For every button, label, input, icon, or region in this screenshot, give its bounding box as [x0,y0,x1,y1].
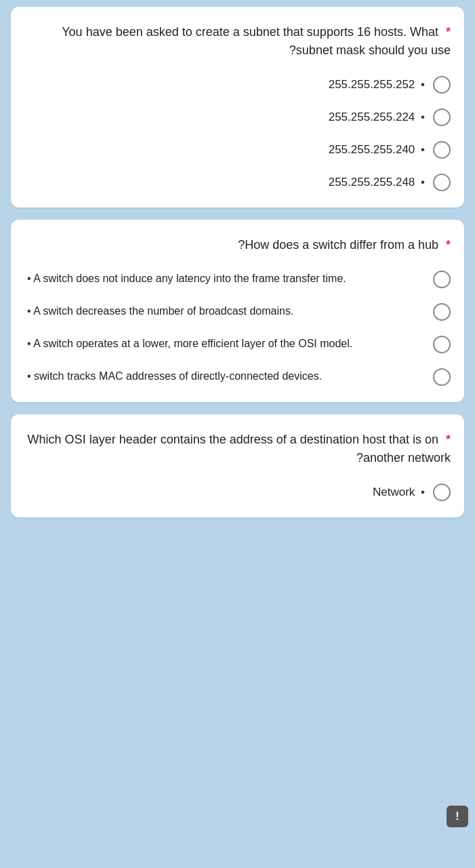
options-list-3: • Network [24,484,451,501]
bullet-q3-1: • [421,486,425,498]
option-text-q1-3: • 255.255.255.240 [24,142,425,158]
options-list-2: • A switch does not induce any latency i… [24,271,451,386]
option-item-q1-2: • 255.255.255.224 [24,108,451,126]
option-text-q2-4: • switch tracks MAC addresses of directl… [24,368,425,384]
option-item-q2-2: • A switch decreases the number of broad… [24,303,451,321]
bullet-q1-2: • [421,111,425,123]
option-item-q3-1: • Network [24,484,451,501]
option-item-q2-4: • switch tracks MAC addresses of directl… [24,368,451,386]
bullet-q1-3: • [421,143,425,156]
radio-q2-4[interactable] [433,368,451,386]
option-item-q1-1: • 255.255.255.252 [24,76,451,94]
option-item-q2-3: • A switch operates at a lower, more eff… [24,336,451,353]
option-text-q1-4: • 255.255.255.248 [24,174,425,191]
question-card-3: * Which OSI layer header contains the ad… [11,414,464,517]
radio-q1-3[interactable] [433,141,451,159]
radio-q2-2[interactable] [433,303,451,321]
option-text-q1-2: • 255.255.255.224 [24,109,425,125]
bullet-q2-4: • [27,370,34,382]
radio-q1-4[interactable] [433,174,451,191]
radio-q1-1[interactable] [433,76,451,94]
bullet-q2-1: • [27,273,33,284]
bullet-q1-4: • [421,176,425,189]
required-star-3: * [446,433,451,446]
radio-q2-1[interactable] [433,271,451,288]
required-star-1: * [446,25,451,39]
option-item-q2-1: • A switch does not induce any latency i… [24,271,451,288]
options-list-1: • 255.255.255.252 • 255.255.255.224 • 25… [24,76,451,191]
bullet-q2-3: • [27,338,33,349]
option-text-q2-2: • A switch decreases the number of broad… [24,303,425,319]
option-item-q1-3: • 255.255.255.240 [24,141,451,159]
question-title-1: * You have been asked to create a subnet… [24,23,451,60]
radio-q2-3[interactable] [433,336,451,353]
question-card-2: * How does a switch differ from a hub? •… [11,220,464,402]
bullet-q2-2: • [27,305,33,317]
radio-q1-2[interactable] [433,108,451,126]
question-title-2: * How does a switch differ from a hub? [24,236,451,254]
bullet-q1-1: • [421,78,425,91]
option-text-q1-1: • 255.255.255.252 [24,77,425,93]
question-card-1: * You have been asked to create a subnet… [11,7,464,208]
option-text-q2-1: • A switch does not induce any latency i… [24,271,425,287]
question-title-3: * Which OSI layer header contains the ad… [24,431,451,467]
required-star-2: * [446,238,451,252]
option-text-q2-3: • A switch operates at a lower, more eff… [24,336,425,352]
radio-q3-1[interactable] [433,484,451,501]
option-text-q3-1: • Network [24,484,425,500]
option-item-q1-4: • 255.255.255.248 [24,174,451,191]
notification-badge[interactable]: ! [447,806,468,827]
